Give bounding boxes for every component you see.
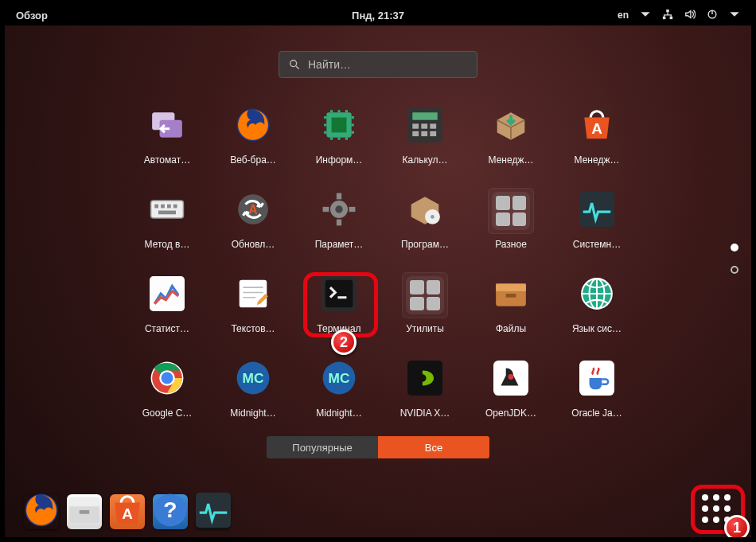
- firefox-icon: [24, 493, 59, 531]
- apps-tabs: Популярные Все: [5, 436, 751, 458]
- app-label: Веб-бра…: [230, 154, 276, 166]
- folder-icon: [406, 276, 444, 314]
- annotation-badge-2: 2: [331, 329, 357, 355]
- layout-dropdown-icon[interactable]: [640, 9, 651, 22]
- app-startup[interactable]: Автомат…: [131, 103, 203, 166]
- app-label: Midnight…: [230, 407, 275, 419]
- app-chrome[interactable]: Google C…: [131, 357, 203, 419]
- app-openjdk[interactable]: OpenJDK…: [475, 357, 547, 419]
- keyboard-icon: [150, 192, 185, 230]
- app-label: Midnight…: [316, 407, 361, 419]
- app-label: Калькул…: [402, 154, 447, 166]
- app-archive[interactable]: Менедж…: [475, 103, 547, 166]
- app-sysinfo[interactable]: Информ…: [303, 103, 375, 166]
- dock-software[interactable]: [110, 494, 145, 529]
- bag-a-icon: [110, 493, 145, 531]
- power-dropdown-icon[interactable]: [729, 9, 740, 22]
- app-label: Програм…: [401, 239, 449, 250]
- app-updater[interactable]: Обновл…: [217, 188, 289, 250]
- dock-help[interactable]: [153, 494, 188, 529]
- app-label: Разное: [495, 239, 527, 250]
- power-icon[interactable]: [707, 9, 718, 22]
- nvidia-icon: [407, 361, 442, 399]
- app-calculator[interactable]: Калькул…: [389, 103, 461, 166]
- app-label: Менедж…: [575, 154, 620, 166]
- search-input[interactable]: Найти…: [279, 51, 477, 78]
- dock-sysmon[interactable]: [196, 494, 231, 529]
- app-label: Файлы: [496, 323, 526, 334]
- help-icon: [153, 493, 188, 531]
- app-label: Статист…: [145, 323, 189, 334]
- clock[interactable]: Пнд, 21:37: [352, 10, 404, 21]
- app-label: Google C…: [142, 407, 193, 419]
- app-oraclejava[interactable]: Oracle Ja…: [561, 357, 633, 419]
- dock-firefox[interactable]: [24, 494, 59, 529]
- app-files[interactable]: Файлы: [475, 272, 547, 334]
- keyboard-layout-indicator[interactable]: en: [618, 10, 629, 21]
- ecg-icon: [196, 493, 231, 531]
- svg-rect-2: [670, 16, 673, 19]
- activities-button[interactable]: Обзор: [16, 10, 48, 21]
- notepad-icon: [236, 276, 271, 314]
- app-input-method[interactable]: Метод в…: [131, 188, 203, 250]
- terminal-icon: [321, 276, 357, 314]
- annotation-badge-1: 1: [724, 515, 750, 540]
- app-mc1[interactable]: Midnight…: [217, 357, 289, 419]
- app-gedit[interactable]: Текстов…: [217, 272, 289, 334]
- chrome-icon: [150, 361, 185, 399]
- app-label: Системн…: [573, 239, 621, 250]
- java-duke-icon: [493, 361, 528, 399]
- app-settings[interactable]: Парамет…: [303, 188, 375, 250]
- tab-popular[interactable]: Популярные: [267, 436, 378, 458]
- top-bar: Обзор Пнд, 21:37 en: [5, 5, 751, 25]
- network-icon[interactable]: [662, 9, 673, 22]
- bag-a-icon: [579, 107, 614, 146]
- tab-all[interactable]: Все: [378, 436, 489, 458]
- dock: [24, 494, 231, 529]
- app-label: Метод в…: [145, 239, 190, 250]
- chart-icon: [150, 276, 185, 314]
- app-label: Автомат…: [144, 154, 190, 166]
- search-icon: [289, 59, 300, 70]
- folder-misc[interactable]: Разное: [475, 188, 547, 250]
- app-language[interactable]: Язык сис…: [561, 272, 633, 334]
- app-label: Язык сис…: [572, 323, 622, 334]
- window-arrow-icon: [150, 107, 185, 146]
- drawer-s-icon: [67, 493, 102, 531]
- app-label: OpenJDK…: [485, 407, 536, 419]
- app-powerstats[interactable]: Статист…: [131, 272, 203, 334]
- app-software[interactable]: Менедж…: [561, 103, 633, 166]
- app-label: Менедж…: [489, 154, 534, 166]
- mc-icon: [236, 361, 271, 399]
- calc-icon: [407, 107, 442, 146]
- app-label: Обновл…: [232, 239, 275, 250]
- gear-icon: [321, 192, 357, 230]
- app-nvidia[interactable]: NVIDIA X…: [389, 357, 461, 419]
- app-label: Текстов…: [231, 323, 275, 334]
- app-mc2[interactable]: Midnight…: [303, 357, 375, 419]
- page-indicator: [731, 244, 738, 274]
- page-dot-2[interactable]: [731, 266, 738, 274]
- app-label: Парамет…: [315, 239, 364, 250]
- svg-point-5: [290, 60, 297, 67]
- page-dot-1[interactable]: [731, 244, 738, 252]
- firefox-icon: [236, 107, 271, 146]
- dock-files[interactable]: [67, 494, 102, 529]
- app-terminal[interactable]: Терминал: [303, 272, 375, 334]
- app-label: NVIDIA X…: [400, 407, 450, 419]
- box-down-icon: [493, 107, 528, 146]
- folder-icon: [492, 192, 530, 230]
- app-software-prop[interactable]: Програм…: [389, 188, 461, 250]
- system-tray: en: [618, 9, 740, 22]
- sound-icon[interactable]: [684, 9, 696, 22]
- folder-utilities[interactable]: Утилиты: [389, 272, 461, 334]
- box-cd-icon: [407, 192, 442, 230]
- app-label: Oracle Ja…: [571, 407, 622, 419]
- app-sysmonitor[interactable]: Системн…: [561, 188, 633, 250]
- ecg-icon: [579, 192, 614, 230]
- globe-icon: [579, 276, 614, 314]
- chip-icon: [321, 107, 357, 146]
- app-firefox[interactable]: Веб-бра…: [217, 103, 289, 166]
- app-label: Утилиты: [406, 323, 444, 334]
- svg-rect-1: [663, 16, 666, 19]
